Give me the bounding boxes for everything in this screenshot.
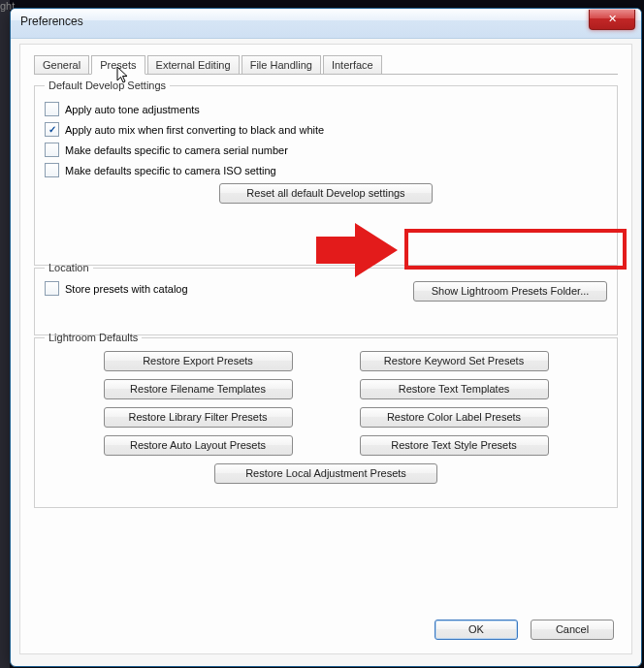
checkbox-camera-serial[interactable] bbox=[45, 143, 59, 157]
label-store-presets-with-catalog: Store presets with catalog bbox=[65, 283, 188, 295]
tab-strip: General Presets External Editing File Ha… bbox=[34, 54, 618, 75]
group-location: Location Store presets with catalog Show… bbox=[34, 262, 618, 335]
restore-keyword-set-presets-button[interactable]: Restore Keyword Set Presets bbox=[360, 351, 549, 371]
ok-button[interactable]: OK bbox=[435, 620, 518, 640]
group-legend: Location bbox=[45, 262, 93, 273]
tab-interface[interactable]: Interface bbox=[323, 55, 382, 75]
restore-library-filter-presets-button[interactable]: Restore Library Filter Presets bbox=[104, 407, 293, 428]
restore-filename-templates-button[interactable]: Restore Filename Templates bbox=[104, 379, 293, 399]
label-camera-serial: Make defaults specific to camera serial … bbox=[65, 144, 288, 156]
checkbox-camera-iso[interactable] bbox=[45, 163, 59, 177]
group-legend: Lightroom Defaults bbox=[45, 332, 142, 343]
close-icon: ✕ bbox=[608, 13, 617, 24]
window-title: Preferences bbox=[20, 15, 83, 28]
group-default-develop-settings: Default Develop Settings Apply auto tone… bbox=[34, 80, 618, 266]
cancel-button[interactable]: Cancel bbox=[531, 620, 614, 640]
preferences-window: Preferences ✕ General Presets External E… bbox=[10, 8, 642, 667]
checkbox-auto-mix-bw[interactable] bbox=[45, 122, 59, 137]
restore-text-style-presets-button[interactable]: Restore Text Style Presets bbox=[360, 435, 549, 456]
restore-text-templates-button[interactable]: Restore Text Templates bbox=[360, 379, 549, 399]
titlebar: Preferences ✕ bbox=[11, 9, 641, 39]
tab-file-handling[interactable]: File Handling bbox=[242, 55, 321, 75]
label-auto-tone: Apply auto tone adjustments bbox=[65, 104, 200, 115]
reset-develop-settings-button[interactable]: Reset all default Develop settings bbox=[219, 183, 433, 204]
checkbox-auto-tone[interactable] bbox=[45, 102, 59, 116]
restore-color-label-presets-button[interactable]: Restore Color Label Presets bbox=[360, 407, 549, 428]
checkbox-store-presets-with-catalog[interactable] bbox=[45, 281, 59, 296]
label-auto-mix-bw: Apply auto mix when first converting to … bbox=[65, 124, 324, 136]
group-lightroom-defaults: Lightroom Defaults Restore Export Preset… bbox=[34, 332, 618, 508]
close-button[interactable]: ✕ bbox=[589, 10, 635, 30]
content-area: General Presets External Editing File Ha… bbox=[19, 44, 632, 654]
group-legend: Default Develop Settings bbox=[45, 80, 170, 91]
tab-general[interactable]: General bbox=[34, 55, 89, 75]
restore-auto-layout-presets-button[interactable]: Restore Auto Layout Presets bbox=[104, 435, 293, 456]
restore-local-adjustment-presets-button[interactable]: Restore Local Adjustment Presets bbox=[214, 463, 437, 484]
tab-presets[interactable]: Presets bbox=[91, 55, 145, 75]
show-presets-folder-button[interactable]: Show Lightroom Presets Folder... bbox=[413, 281, 607, 302]
label-camera-iso: Make defaults specific to camera ISO set… bbox=[65, 165, 276, 176]
tab-external-editing[interactable]: External Editing bbox=[147, 55, 240, 75]
restore-export-presets-button[interactable]: Restore Export Presets bbox=[104, 351, 293, 371]
dialog-footer: OK Cancel bbox=[425, 620, 614, 640]
